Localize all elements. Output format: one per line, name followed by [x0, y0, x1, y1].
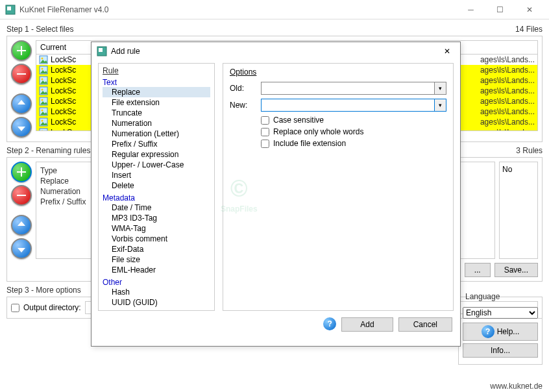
- options-pane: Options Old: ▾ New: ▾ Case sensitive Rep…: [223, 63, 454, 311]
- image-file-icon: [39, 117, 48, 127]
- rules-browse-button[interactable]: ...: [465, 263, 491, 277]
- rule-item[interactable]: Replace: [103, 87, 210, 97]
- image-file-icon: [39, 86, 48, 95]
- whole-words-checkbox[interactable]: [261, 128, 269, 136]
- move-up-button[interactable]: [11, 93, 32, 114]
- minimize-button[interactable]: ─: [456, 1, 485, 19]
- close-button[interactable]: ✕: [515, 1, 544, 19]
- step2-label: Step 2 - Renaming rules: [6, 146, 90, 155]
- move-down-button[interactable]: [11, 117, 32, 138]
- svg-point-13: [42, 110, 43, 112]
- rule-item[interactable]: Date / Time: [103, 202, 210, 213]
- svg-point-9: [42, 89, 43, 91]
- dialog-cancel-button[interactable]: Cancel: [398, 317, 452, 332]
- rule-item[interactable]: Insert: [103, 170, 210, 180]
- footer-link[interactable]: www.kuknet.de: [490, 382, 543, 391]
- app-icon: [5, 5, 16, 15]
- dialog-add-button[interactable]: Add: [341, 317, 393, 332]
- rule-item[interactable]: EML-Header: [103, 265, 210, 275]
- svg-rect-16: [40, 129, 47, 131]
- rule-down-button[interactable]: [11, 238, 32, 259]
- add-rule-dialog: Add rule ✕ Rule Text ReplaceFile extensi…: [91, 42, 461, 347]
- maximize-button[interactable]: ☐: [485, 1, 515, 19]
- svg-point-11: [42, 99, 43, 101]
- svg-rect-19: [99, 48, 103, 52]
- image-file-icon: [39, 55, 48, 64]
- rule-item[interactable]: Exif-Data: [103, 244, 210, 254]
- rules-col2: No: [502, 165, 535, 174]
- rule-item[interactable]: Delete: [103, 180, 210, 191]
- image-file-icon: [39, 97, 48, 106]
- help-icon: ?: [482, 325, 494, 338]
- language-box: Language English ?Help... Info...: [458, 292, 543, 365]
- include-extension-checkbox[interactable]: [261, 140, 269, 148]
- dialog-icon: [97, 46, 107, 56]
- rule-item[interactable]: WMA-Tag: [103, 223, 210, 234]
- old-label: Old:: [230, 84, 256, 93]
- title-bar: KuKnet FileRenamer v4.0 ─ ☐ ✕: [0, 0, 549, 19]
- step3-label: Step 3 - More options: [6, 286, 81, 295]
- include-extension-label: Include file extension: [273, 139, 346, 148]
- window-title: KuKnet FileRenamer v4.0: [19, 5, 456, 14]
- category-text[interactable]: Text: [103, 78, 210, 87]
- whole-words-label: Replace only whole words: [273, 127, 363, 136]
- rules-save-button[interactable]: Save...: [494, 263, 538, 277]
- rule-item[interactable]: Truncate: [103, 108, 210, 118]
- rule-count: 3 Rules: [516, 146, 543, 155]
- rule-item[interactable]: MP3 ID3-Tag: [103, 213, 210, 223]
- add-rule-button[interactable]: [11, 162, 32, 182]
- step1-label: Step 1 - Select files: [6, 25, 73, 34]
- language-label: Language: [463, 292, 502, 301]
- remove-file-button[interactable]: [11, 64, 32, 84]
- image-file-icon: [39, 128, 48, 131]
- svg-point-15: [42, 120, 43, 122]
- rule-tree[interactable]: Rule Text ReplaceFile extensionTruncateN…: [98, 63, 215, 311]
- rule-up-button[interactable]: [11, 215, 32, 236]
- case-sensitive-label: Case sensitive: [273, 116, 324, 125]
- remove-rule-button[interactable]: [11, 185, 32, 206]
- dialog-close-button[interactable]: ✕: [439, 47, 455, 56]
- new-dropdown[interactable]: ▾: [435, 99, 446, 112]
- add-file-button[interactable]: [11, 40, 32, 61]
- image-file-icon: [39, 66, 48, 75]
- svg-point-5: [42, 68, 43, 70]
- svg-point-3: [42, 58, 43, 60]
- dialog-help-button[interactable]: ?: [323, 317, 336, 330]
- old-dropdown[interactable]: ▾: [435, 82, 446, 95]
- image-file-icon: [39, 107, 48, 116]
- output-directory-label: Output directory:: [23, 303, 81, 312]
- options-header: Options: [230, 67, 446, 77]
- language-select[interactable]: English: [463, 307, 538, 319]
- svg-point-7: [42, 79, 43, 80]
- rule-item[interactable]: Numeration (Letter): [103, 129, 210, 139]
- category-other[interactable]: Other: [103, 278, 210, 287]
- help-button[interactable]: ?Help...: [463, 323, 538, 341]
- rule-item[interactable]: File size: [103, 254, 210, 265]
- new-input[interactable]: [261, 99, 435, 112]
- rule-item[interactable]: Numeration: [103, 118, 210, 129]
- output-directory-checkbox[interactable]: [11, 304, 19, 312]
- image-file-icon: [39, 76, 48, 85]
- rule-item[interactable]: Hash: [103, 287, 210, 297]
- rule-header: Rule: [103, 66, 210, 75]
- rule-item[interactable]: UUID (GUID): [103, 297, 210, 308]
- rule-item[interactable]: File extension: [103, 97, 210, 108]
- rule-item[interactable]: Upper- / Lower-Case: [103, 160, 210, 170]
- case-sensitive-checkbox[interactable]: [261, 116, 269, 125]
- svg-rect-1: [7, 6, 11, 10]
- old-input[interactable]: [261, 82, 435, 95]
- dialog-title: Add rule: [111, 47, 439, 56]
- info-button[interactable]: Info...: [463, 343, 538, 358]
- category-metadata[interactable]: Metadata: [103, 193, 210, 202]
- rule-item[interactable]: Regular expression: [103, 149, 210, 160]
- file-count: 14 Files: [515, 25, 543, 34]
- rule-item[interactable]: Vorbis comment: [103, 234, 210, 244]
- new-label: New:: [230, 101, 256, 110]
- rule-item[interactable]: Prefix / Suffix: [103, 139, 210, 149]
